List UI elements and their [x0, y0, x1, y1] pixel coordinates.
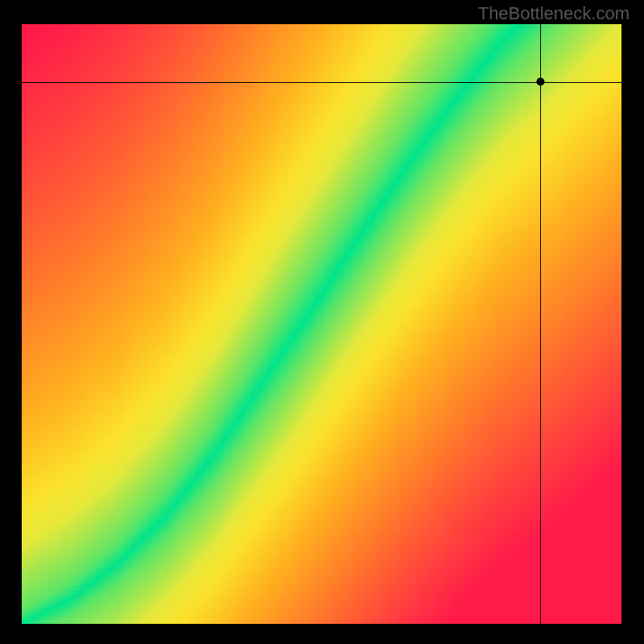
watermark-text: TheBottleneck.com — [478, 3, 630, 24]
chart-container: TheBottleneck.com — [0, 0, 644, 644]
crosshair-overlay — [0, 0, 644, 644]
